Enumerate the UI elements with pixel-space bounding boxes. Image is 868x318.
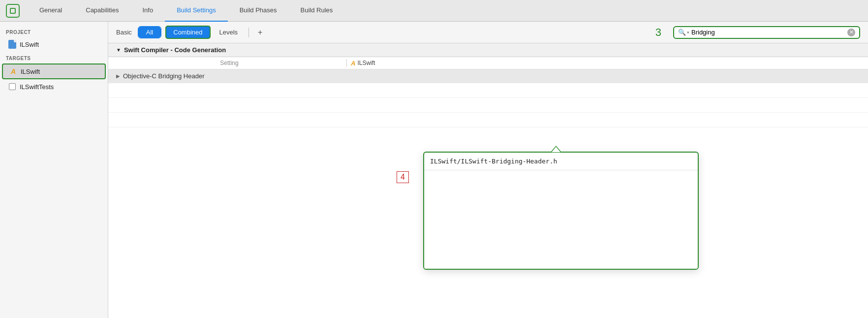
- search-icon: 🔍: [678, 29, 686, 36]
- popup-box: [423, 152, 699, 270]
- project-section-label: PROJECT: [0, 26, 108, 37]
- empty-row-1: [108, 83, 868, 98]
- bridging-row-label: Objective-C Bridging Header: [123, 72, 204, 80]
- levels-button[interactable]: Levels: [215, 27, 243, 38]
- column-headers: Setting A ILSwift: [108, 57, 868, 69]
- project-name: ILSwift: [20, 41, 39, 48]
- popup-caret-inner: [552, 147, 560, 152]
- search-input[interactable]: [691, 29, 845, 36]
- project-icon: [8, 40, 17, 49]
- top-tab-bar: General Capabilities Info Build Settings…: [0, 0, 868, 22]
- target-icon: A: [9, 67, 18, 76]
- tab-capabilities[interactable]: Capabilities: [74, 0, 130, 22]
- section-chevron-icon[interactable]: ▼: [116, 47, 121, 53]
- popup-wrapper: 4: [423, 152, 699, 318]
- empty-row-2: [108, 98, 868, 113]
- combined-button[interactable]: Combined: [165, 26, 210, 39]
- sidebar-item-ilswift[interactable]: A ILSwift 1: [2, 64, 106, 79]
- popup-input-row: [424, 153, 698, 170]
- col-target-header: A ILSwift: [351, 60, 375, 67]
- target-ilswift-label: ILSwift: [21, 68, 40, 75]
- section-header-label: Swift Compiler - Code Generation: [124, 46, 226, 54]
- sidebar: PROJECT ILSwift TARGETS A ILSwift 1 ILSw…: [0, 22, 108, 318]
- add-setting-button[interactable]: +: [255, 27, 265, 38]
- col-target-icon: A: [351, 60, 355, 67]
- search-box: 🔍 ▾ ✕: [673, 26, 860, 39]
- search-clear-button[interactable]: ✕: [847, 29, 855, 36]
- tab-build-phases[interactable]: Build Phases: [228, 0, 289, 22]
- section-header-swift-compiler: ▼ Swift Compiler - Code Generation: [108, 43, 868, 57]
- row-chevron-icon[interactable]: ▶: [116, 73, 120, 79]
- popup-area: 4: [413, 142, 868, 318]
- basic-label: Basic: [116, 29, 132, 36]
- tab-general[interactable]: General: [28, 0, 74, 22]
- project-file-icon: [8, 40, 16, 49]
- sidebar-item-ilswifttests[interactable]: ILSwiftTests: [2, 80, 106, 94]
- empty-row-3: [108, 113, 868, 127]
- annotation-badge-4: 4: [397, 171, 409, 183]
- tab-build-rules[interactable]: Build Rules: [289, 0, 345, 22]
- toolbar-row: Basic All Combined Levels + 3 🔍 ▾ ✕ 2: [108, 22, 868, 43]
- search-icon-wrap: 🔍 ▾: [678, 29, 689, 36]
- target-a-icon: A: [11, 67, 16, 75]
- table-area: ▼ Swift Compiler - Code Generation Setti…: [108, 43, 868, 318]
- search-dropdown-icon[interactable]: ▾: [687, 30, 689, 35]
- target-ilswifttests-label: ILSwiftTests: [20, 83, 54, 91]
- targets-section-label: TARGETS: [0, 52, 108, 63]
- window-button-inner: [10, 8, 16, 14]
- all-button[interactable]: All: [138, 27, 161, 38]
- tab-info[interactable]: Info: [130, 0, 165, 22]
- checkbox-icon: [9, 83, 16, 90]
- popup-body: [424, 170, 698, 269]
- main-layout: PROJECT ILSwift TARGETS A ILSwift 1 ILSw…: [0, 22, 868, 318]
- col-divider: [346, 59, 347, 67]
- annotation-badge-3: 3: [655, 26, 669, 39]
- bridging-header-row[interactable]: ▶ Objective-C Bridging Header: [108, 69, 868, 83]
- tab-build-settings[interactable]: Build Settings: [165, 0, 228, 22]
- all-combined-btn-group: All: [138, 26, 161, 38]
- tests-icon: [8, 82, 17, 91]
- col-setting-header: Setting: [116, 60, 342, 66]
- col-target-label: ILSwift: [357, 60, 375, 66]
- popup-value-input[interactable]: [430, 158, 692, 165]
- window-button[interactable]: [6, 4, 20, 18]
- sidebar-item-project[interactable]: ILSwift: [2, 37, 106, 51]
- content-area: Basic All Combined Levels + 3 🔍 ▾ ✕ 2: [108, 22, 868, 318]
- toolbar-divider: [248, 28, 249, 37]
